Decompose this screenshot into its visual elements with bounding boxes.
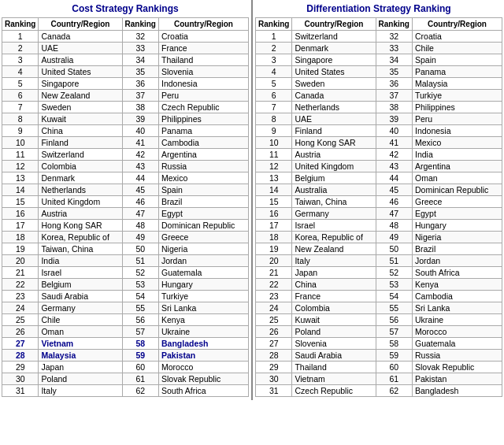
table-row: 22China53Kenya xyxy=(256,279,502,291)
table-cell: 47 xyxy=(122,208,158,220)
table-cell: France xyxy=(292,291,376,302)
table-row: 17Hong Kong SAR48Dominican Republic xyxy=(2,220,249,232)
table-row: 16Germany47Egypt xyxy=(256,208,502,220)
table-cell: 7 xyxy=(256,102,292,113)
table-cell: Guatemala xyxy=(158,267,248,279)
right-table: Ranking Country/Region Ranking Country/R… xyxy=(255,17,502,397)
table-row: 27Vietnam58Bangladesh xyxy=(2,338,249,350)
table-cell: Hungary xyxy=(412,220,502,232)
table-row: 15Taiwan, China46Greece xyxy=(256,196,502,208)
table-row: 8UAE39Peru xyxy=(256,113,502,125)
table-cell: 45 xyxy=(122,184,158,196)
right-header-row: Ranking Country/Region Ranking Country/R… xyxy=(256,18,502,31)
table-cell: 32 xyxy=(376,31,412,43)
table-cell: Peru xyxy=(412,113,502,125)
table-row: 16Austria47Egypt xyxy=(2,208,249,220)
table-cell: 59 xyxy=(122,350,158,362)
table-cell: 49 xyxy=(122,232,158,243)
table-cell: Kenya xyxy=(158,314,248,326)
table-cell: Slovak Republic xyxy=(158,373,248,385)
table-row: 1Switzerland32Croatia xyxy=(256,31,502,43)
table-row: 4United States35Panama xyxy=(256,66,502,78)
table-cell: Belgium xyxy=(39,279,122,291)
table-cell: Switzerland xyxy=(292,31,376,43)
table-cell: China xyxy=(39,125,122,137)
table-cell: Italy xyxy=(39,385,122,397)
table-row: 18Korea, Republic of49Greece xyxy=(2,232,249,243)
table-cell: 38 xyxy=(122,102,158,113)
table-cell: 19 xyxy=(256,243,292,255)
table-cell: United States xyxy=(39,66,122,78)
table-row: 10Hong Kong SAR41Mexico xyxy=(256,137,502,149)
table-cell: Denmark xyxy=(292,43,376,54)
table-row: 13Belgium44Oman xyxy=(256,172,502,184)
table-cell: Saudi Arabia xyxy=(39,291,122,302)
table-cell: 37 xyxy=(122,90,158,102)
table-cell: 43 xyxy=(122,161,158,172)
table-row: 24Germany55Sri Lanka xyxy=(2,302,249,314)
table-cell: China xyxy=(292,279,376,291)
table-cell: 16 xyxy=(2,208,39,220)
table-cell: 50 xyxy=(376,243,412,255)
table-cell: Jordan xyxy=(158,255,248,267)
table-cell: 17 xyxy=(256,220,292,232)
table-cell: Bangladesh xyxy=(412,385,502,397)
table-cell: 15 xyxy=(2,196,39,208)
table-cell: 30 xyxy=(2,373,39,385)
table-cell: Argentina xyxy=(158,149,248,161)
table-row: 25Chile56Kenya xyxy=(2,314,249,326)
table-cell: Vietnam xyxy=(292,373,376,385)
table-cell: 57 xyxy=(122,326,158,338)
table-cell: 17 xyxy=(2,220,39,232)
table-cell: 49 xyxy=(376,232,412,243)
table-row: 4United States35Slovenia xyxy=(2,66,249,78)
table-cell: 23 xyxy=(256,291,292,302)
table-cell: Indonesia xyxy=(412,125,502,137)
table-cell: 55 xyxy=(376,302,412,314)
left-table: Ranking Country/Region Ranking Country/R… xyxy=(2,17,249,397)
table-cell: Brazil xyxy=(158,196,248,208)
table-cell: 10 xyxy=(2,137,39,149)
table-cell: Panama xyxy=(158,125,248,137)
left-header-row: Ranking Country/Region Ranking Country/R… xyxy=(2,18,249,31)
table-row: 1Canada32Croatia xyxy=(2,31,249,43)
table-cell: 36 xyxy=(376,78,412,90)
table-cell: 28 xyxy=(2,350,39,362)
table-cell: 14 xyxy=(2,184,39,196)
table-row: 13Denmark44Mexico xyxy=(2,172,249,184)
table-row: 2Denmark33Chile xyxy=(256,43,502,54)
table-cell: 44 xyxy=(122,172,158,184)
right-col1-header: Ranking xyxy=(256,18,292,31)
table-cell: France xyxy=(158,43,248,54)
table-cell: Hong Kong SAR xyxy=(39,220,122,232)
table-cell: Mexico xyxy=(158,172,248,184)
table-cell: Slovak Republic xyxy=(412,362,502,373)
table-row: 9China40Panama xyxy=(2,125,249,137)
table-row: 5Singapore36Indonesia xyxy=(2,78,249,90)
table-cell: Thailand xyxy=(158,54,248,66)
table-cell: 9 xyxy=(2,125,39,137)
table-row: 24Colombia55Sri Lanka xyxy=(256,302,502,314)
table-row: 6New Zealand37Peru xyxy=(2,90,249,102)
table-cell: 25 xyxy=(256,314,292,326)
table-cell: 37 xyxy=(376,90,412,102)
table-cell: Spain xyxy=(412,54,502,66)
table-cell: India xyxy=(39,255,122,267)
table-cell: Nigeria xyxy=(412,232,502,243)
table-cell: Mexico xyxy=(412,137,502,149)
table-row: 29Thailand60Slovak Republic xyxy=(256,362,502,373)
right-col3-header: Ranking xyxy=(376,18,412,31)
table-row: 19Taiwan, China50Nigeria xyxy=(2,243,249,255)
table-row: 20Italy51Jordan xyxy=(256,255,502,267)
table-cell: United Kingdom xyxy=(292,161,376,172)
table-cell: 48 xyxy=(122,220,158,232)
table-cell: Poland xyxy=(39,373,122,385)
table-cell: 6 xyxy=(2,90,39,102)
table-cell: 21 xyxy=(256,267,292,279)
table-cell: 51 xyxy=(376,255,412,267)
table-cell: 13 xyxy=(2,172,39,184)
table-cell: 55 xyxy=(122,302,158,314)
table-cell: 39 xyxy=(376,113,412,125)
table-cell: Slovenia xyxy=(292,338,376,350)
table-cell: 45 xyxy=(376,184,412,196)
